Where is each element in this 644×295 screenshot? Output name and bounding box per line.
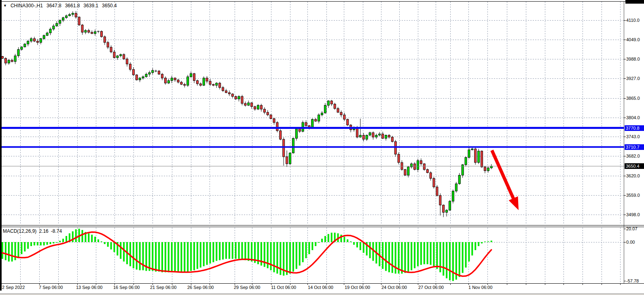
macd-histogram-bar — [417, 242, 419, 266]
time-axis-label: 24 Oct 06:00 — [381, 285, 407, 290]
macd-histogram-bar — [475, 242, 476, 250]
candle-body — [34, 39, 36, 41]
candle-body — [324, 105, 326, 113]
candle-body — [347, 119, 349, 125]
macd-histogram-bar — [347, 239, 348, 242]
macd-histogram-bar — [139, 242, 141, 270]
candle-body — [40, 39, 42, 42]
macd-histogram-bar — [219, 242, 220, 260]
candle-body — [228, 93, 230, 94]
candle-body — [222, 88, 224, 91]
candle-body — [180, 82, 182, 84]
macd-histogram-bar — [184, 242, 185, 272]
candle-body — [14, 56, 16, 61]
candle-body — [280, 131, 282, 139]
macd-histogram-bar — [311, 242, 313, 250]
level-price-badge: 3770.8 — [625, 125, 644, 131]
candle-body — [123, 55, 125, 59]
time-axis-label: 21 Sep 06:00 — [150, 285, 176, 290]
candle-body — [85, 30, 87, 32]
symbol-dropdown-icon[interactable]: ▼ — [3, 4, 7, 8]
macd-histogram-bar — [427, 242, 428, 264]
macd-histogram-bar — [120, 242, 121, 259]
candle-body — [117, 56, 119, 58]
candle-body — [446, 210, 448, 213]
candle-body — [327, 101, 329, 105]
macd-histogram-bar — [56, 242, 57, 243]
macd-histogram-bar — [353, 242, 355, 245]
macd-histogram-bar — [190, 242, 192, 271]
trend-arrow-head — [509, 196, 519, 210]
candle-body — [359, 135, 361, 137]
candle-body — [231, 94, 233, 96]
candle-body — [66, 16, 68, 18]
candle-body — [4, 58, 6, 63]
macd-histogram-bar — [206, 242, 208, 265]
candle-body — [407, 167, 409, 175]
candle-body — [311, 119, 314, 127]
candle-body — [289, 153, 291, 164]
macd-histogram-bar — [424, 242, 425, 264]
candle-body — [53, 26, 55, 29]
candle-body — [475, 149, 477, 162]
chart-canvas[interactable] — [0, 0, 644, 295]
candle-body — [11, 60, 13, 61]
macd-histogram-bar — [484, 242, 486, 242]
candle-body — [136, 75, 138, 80]
macd-name: MACD(12,26,9) — [3, 228, 36, 234]
candle-body — [372, 133, 374, 137]
candle-body — [458, 175, 460, 184]
macd-histogram-bar — [251, 242, 252, 261]
macd-histogram-bar — [267, 242, 269, 268]
price-axis-label: 3865.0 — [626, 96, 640, 101]
macd-histogram-bar — [212, 242, 214, 262]
candle-body — [161, 74, 163, 78]
price-axis-label: 3927.0 — [626, 76, 640, 81]
candle-body — [375, 135, 377, 137]
macd-histogram-bar — [270, 242, 272, 270]
candle-body — [286, 157, 288, 164]
candle-body — [88, 30, 90, 32]
candle-body — [91, 32, 93, 34]
current-price-badge: 3650.4 — [625, 163, 644, 169]
macd-histogram-bar — [452, 242, 454, 281]
candle-body — [455, 184, 457, 191]
macd-axis-label: 0.00 — [626, 240, 635, 244]
macd-histogram-bar — [5, 242, 6, 260]
macd-histogram-bar — [286, 242, 288, 275]
macd-histogram-bar — [468, 242, 470, 261]
macd-histogram-bar — [53, 242, 54, 243]
macd-histogram-bar — [18, 242, 19, 258]
candle-body — [478, 151, 480, 162]
candle-body — [241, 97, 243, 103]
candle-body — [251, 103, 253, 106]
macd-histogram-bar — [350, 241, 352, 242]
candle-body — [177, 80, 179, 82]
candle-body — [100, 32, 102, 37]
candle-body — [369, 133, 371, 135]
candle-body — [46, 33, 48, 35]
macd-histogram-bar — [104, 242, 106, 244]
candle-body — [219, 83, 221, 88]
macd-histogram-bar — [446, 242, 447, 278]
macd-histogram-bar — [328, 234, 329, 242]
candle-body — [120, 55, 122, 56]
candle-body — [433, 178, 435, 187]
macd-histogram-bar — [363, 242, 364, 253]
macd-histogram-bar — [152, 242, 153, 271]
candle-body — [24, 44, 26, 47]
macd-histogram-bar — [148, 242, 150, 271]
macd-histogram-bar — [465, 242, 467, 268]
candle-body — [132, 70, 134, 75]
candle-body — [276, 122, 278, 131]
macd-histogram-bar — [2, 242, 3, 259]
macd-histogram-bar — [24, 242, 25, 251]
candle-body — [17, 49, 19, 56]
macd-histogram-bar — [40, 242, 42, 245]
macd-histogram-bar — [82, 230, 83, 242]
candle-body — [263, 109, 265, 112]
macd-histogram-bar — [94, 237, 96, 242]
candle-body — [203, 78, 205, 85]
macd-histogram-bar — [75, 229, 77, 242]
candle-body — [107, 42, 109, 47]
